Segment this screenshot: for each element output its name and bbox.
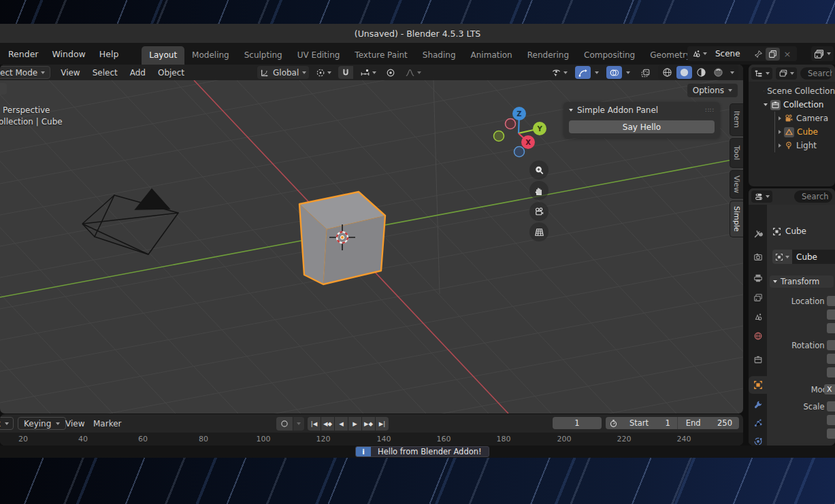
- rotation-y-field[interactable]: [827, 354, 835, 364]
- keying-menu[interactable]: Keying: [18, 417, 66, 430]
- panel-drag-handle[interactable]: ∷∷: [706, 107, 715, 114]
- outliner-display-mode-dropdown[interactable]: [751, 67, 772, 80]
- jump-to-end-button[interactable]: ▶|: [376, 417, 389, 431]
- collection-properties-tab[interactable]: [749, 351, 767, 369]
- jump-to-start-button[interactable]: |◀: [308, 417, 321, 431]
- output-properties-tab[interactable]: [749, 269, 767, 287]
- snap-toggle[interactable]: [338, 66, 353, 79]
- tab-layout[interactable]: Layout: [142, 46, 184, 65]
- tab-shading[interactable]: Shading: [415, 46, 463, 65]
- particle-properties-tab[interactable]: [749, 414, 767, 432]
- auto-keying-toggle[interactable]: [276, 417, 293, 431]
- new-scene-button[interactable]: [766, 48, 780, 61]
- pin-scene-button[interactable]: [751, 48, 766, 61]
- location-z-field[interactable]: [827, 323, 835, 333]
- timeline-menu-view[interactable]: View: [65, 419, 84, 429]
- transform-orientation-dropdown[interactable]: Global: [257, 66, 309, 79]
- tab-animation[interactable]: Animation: [463, 46, 520, 65]
- use-preview-range-toggle[interactable]: [606, 419, 621, 428]
- gizmo-minus-x[interactable]: [506, 119, 516, 129]
- scale-z-field[interactable]: [827, 429, 835, 439]
- object-id-dropdown[interactable]: [772, 250, 792, 264]
- outliner-row-light[interactable]: Light: [749, 139, 835, 152]
- previous-keyframe-button[interactable]: ◀◆: [321, 417, 334, 431]
- playback-menu[interactable]: k: [0, 417, 14, 430]
- shading-rendered-button[interactable]: [710, 66, 726, 79]
- world-properties-tab[interactable]: [749, 327, 767, 345]
- scale-x-field[interactable]: [827, 401, 835, 411]
- outliner-row-scene-collection[interactable]: Scene Collection: [749, 84, 835, 98]
- view-layer-selector[interactable]: [811, 46, 834, 61]
- show-object-types-dropdown[interactable]: [549, 66, 570, 79]
- viewport-menu-view[interactable]: View: [54, 68, 86, 78]
- sidebar-tab-tool[interactable]: Tool: [730, 138, 743, 168]
- gizmo-minus-z[interactable]: [514, 147, 525, 157]
- shading-solid-button[interactable]: [676, 66, 692, 79]
- outliner-search-input[interactable]: Search: [800, 67, 832, 80]
- scene-browse-button[interactable]: [689, 48, 710, 61]
- scene-properties-tab[interactable]: [749, 308, 767, 326]
- shading-wireframe-button[interactable]: [659, 66, 675, 79]
- addon-notification[interactable]: i Hello from Blender Addon!: [355, 446, 489, 457]
- viewport-menu-add[interactable]: Add: [124, 68, 152, 78]
- overlays-dropdown[interactable]: [623, 66, 633, 79]
- unlink-scene-button[interactable]: ×: [780, 49, 796, 59]
- viewport-menu-select[interactable]: Select: [86, 68, 124, 78]
- tab-texture-paint[interactable]: Texture Paint: [347, 46, 414, 65]
- xray-toggle[interactable]: [638, 66, 653, 79]
- play-reverse-button[interactable]: ◀: [335, 417, 348, 431]
- rotation-mode-dropdown[interactable]: X: [824, 384, 835, 394]
- auto-keying-dropdown[interactable]: [293, 417, 304, 431]
- viewport-canvas[interactable]: Z Y X Perspective ollection | Cube Optio…: [0, 80, 743, 414]
- shading-dropdown[interactable]: [727, 66, 737, 79]
- scale-y-field[interactable]: [827, 415, 835, 425]
- rotation-x-field[interactable]: [827, 340, 835, 350]
- menu-window[interactable]: Window: [46, 46, 93, 62]
- outliner-row-cube[interactable]: Cube: [749, 125, 835, 139]
- pan-view-button[interactable]: [529, 181, 549, 200]
- modifier-properties-tab[interactable]: [749, 396, 767, 414]
- orthographic-view-button[interactable]: [529, 222, 549, 241]
- tab-modeling[interactable]: Modeling: [184, 46, 237, 65]
- navigation-gizmo[interactable]: Z Y X: [494, 107, 547, 157]
- object-name-field[interactable]: Cube: [792, 250, 835, 264]
- show-overlays-toggle[interactable]: [606, 66, 622, 79]
- gizmo-minus-y[interactable]: [494, 131, 504, 141]
- addon-panel-header[interactable]: Simple Addon Panel ∷∷: [563, 102, 720, 117]
- sidebar-tab-simple[interactable]: Simple: [730, 201, 743, 237]
- timeline-ruler[interactable]: 20 40 60 80 100 120 140 160 180 200 220 …: [0, 433, 743, 446]
- viewport-menu-object[interactable]: Object: [152, 68, 191, 78]
- pivot-point-dropdown[interactable]: [313, 66, 334, 79]
- window-titlebar[interactable]: (Unsaved) - Blender 4.5.3 LTS: [0, 24, 835, 43]
- outliner-filter-dropdown[interactable]: [776, 67, 797, 80]
- proportional-editing-toggle[interactable]: [383, 66, 398, 79]
- sidebar-tab-item[interactable]: Item: [730, 103, 743, 136]
- breadcrumb-object-name[interactable]: Cube: [785, 226, 806, 236]
- transform-panel-header[interactable]: Transform: [770, 275, 834, 288]
- outliner-row-collection[interactable]: Collection: [749, 98, 835, 112]
- current-frame-field[interactable]: 1: [553, 417, 602, 429]
- camera-view-button[interactable]: [529, 202, 549, 221]
- say-hello-button[interactable]: Say Hello: [569, 120, 715, 133]
- physics-properties-tab[interactable]: [749, 433, 767, 446]
- tab-sculpting[interactable]: Sculpting: [237, 46, 290, 65]
- next-keyframe-button[interactable]: ▶◆: [362, 417, 375, 431]
- scene-name[interactable]: Scene: [710, 49, 751, 58]
- timeline-menu-marker[interactable]: Marker: [93, 419, 121, 429]
- object-mode-dropdown[interactable]: ect Mode: [0, 66, 50, 79]
- show-gizmo-toggle[interactable]: [575, 66, 591, 79]
- shading-material-button[interactable]: [693, 66, 709, 79]
- render-properties-tab[interactable]: [749, 248, 767, 266]
- tab-rendering[interactable]: Rendering: [520, 46, 576, 65]
- gizmo-dropdown[interactable]: [592, 66, 602, 79]
- sidebar-tab-view[interactable]: View: [730, 170, 743, 199]
- proportional-falloff-dropdown[interactable]: [402, 66, 424, 79]
- options-button[interactable]: Options: [687, 84, 738, 97]
- properties-search-input[interactable]: Search: [794, 190, 832, 203]
- end-frame-field[interactable]: 250: [717, 418, 739, 428]
- snap-target-dropdown[interactable]: [357, 66, 379, 79]
- view-layer-properties-tab[interactable]: [749, 289, 767, 307]
- menu-render[interactable]: Render: [1, 46, 46, 62]
- menu-help[interactable]: Help: [93, 46, 126, 62]
- tab-compositing[interactable]: Compositing: [576, 46, 642, 65]
